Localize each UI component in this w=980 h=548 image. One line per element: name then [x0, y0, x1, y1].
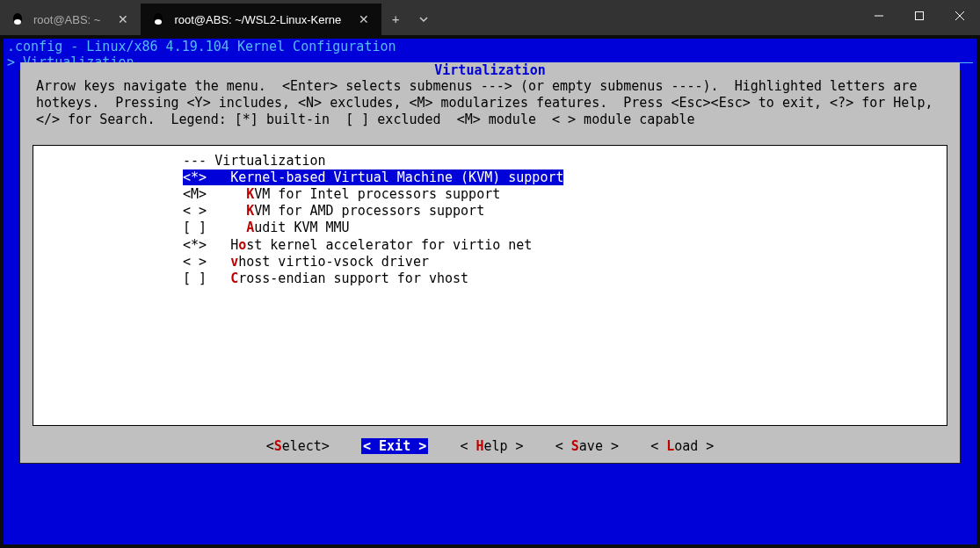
menu-item[interactable]: < > KVM for AMD processors support [33, 203, 947, 220]
save-button[interactable]: < Save > [555, 438, 619, 454]
minimize-icon [875, 11, 883, 20]
tab-0[interactable]: root@ABS: ~ ✕ [0, 4, 141, 35]
tux-icon [11, 12, 25, 26]
dialog-title: Virtualization [20, 62, 960, 78]
tux-icon [151, 12, 165, 26]
close-icon [955, 11, 964, 20]
tab-1-title: root@ABS: ~/WSL2-Linux-Kerne [174, 13, 341, 26]
maximize-button[interactable] [899, 0, 940, 32]
menu-item[interactable]: --- Virtualization [33, 153, 947, 169]
maximize-icon [915, 11, 924, 20]
select-button[interactable]: <Select> [266, 438, 330, 454]
close-window-button[interactable] [940, 0, 980, 32]
title-bar: root@ABS: ~ ✕ root@ABS: ~/WSL2-Linux-Ker… [0, 0, 980, 35]
help-button[interactable]: < Help > [460, 438, 523, 454]
minimize-button[interactable] [859, 0, 899, 32]
menuconfig-frame: .config - Linux/x86 4.19.104 Kernel Conf… [4, 39, 976, 544]
svg-rect-1 [916, 12, 924, 20]
menu-item[interactable]: [ ] Audit KVM MMU [33, 220, 947, 236]
help-text: Arrow keys navigate the menu. <Enter> se… [20, 78, 960, 140]
new-tab-button[interactable]: + [381, 4, 410, 35]
window-controls [859, 0, 980, 32]
menu-item[interactable]: < > vhost virtio-vsock driver [33, 254, 947, 270]
menu-item[interactable]: <*> Host kernel accelerator for virtio n… [33, 237, 947, 254]
dialog-title-text: Virtualization [431, 62, 548, 78]
chevron-down-icon [418, 14, 429, 25]
tab-dropdown-button[interactable] [410, 4, 438, 35]
menu-item[interactable]: <M> KVM for Intel processors support [33, 186, 947, 203]
menuconfig-dialog: Virtualization Arrow keys navigate the m… [19, 70, 961, 464]
close-icon[interactable]: ✕ [357, 12, 371, 26]
tab-0-title: root@ABS: ~ [33, 13, 100, 26]
config-title: .config - Linux/x86 4.19.104 Kernel Conf… [4, 39, 976, 54]
menu-item[interactable]: [ ] Cross-endian support for vhost [33, 270, 947, 287]
tab-strip: root@ABS: ~ ✕ root@ABS: ~/WSL2-Linux-Ker… [0, 4, 381, 35]
tab-1[interactable]: root@ABS: ~/WSL2-Linux-Kerne ✕ [141, 4, 381, 35]
close-icon[interactable]: ✕ [116, 12, 130, 26]
button-bar: <Select> < Exit > < Help > < Save > < Lo… [20, 435, 960, 463]
terminal-area: .config - Linux/x86 4.19.104 Kernel Conf… [0, 35, 980, 548]
menu-item-selected[interactable]: <*> Kernel-based Virtual Machine (KVM) s… [33, 169, 947, 186]
load-button[interactable]: < Load > [650, 438, 714, 454]
exit-button[interactable]: < Exit > [361, 438, 428, 454]
menu-list[interactable]: --- Virtualization <*> Kernel-based Virt… [33, 145, 947, 426]
